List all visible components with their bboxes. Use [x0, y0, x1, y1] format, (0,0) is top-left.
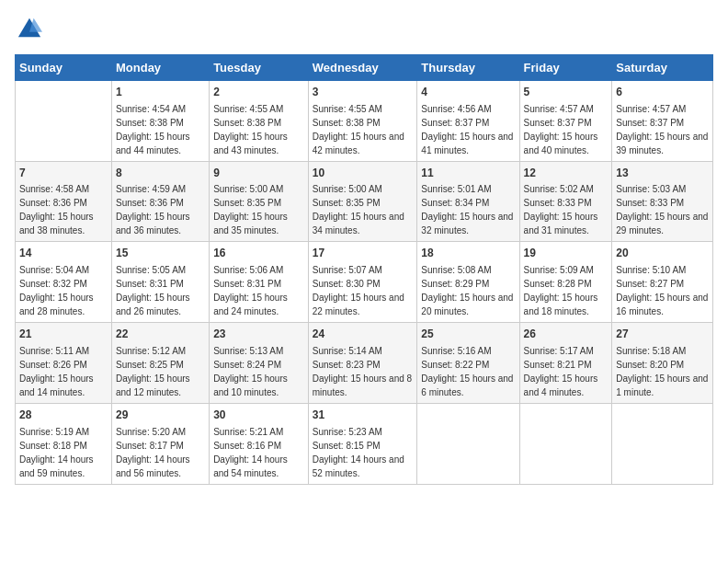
sunrise-text: Sunrise: 4:56 AMSunset: 8:37 PMDaylight:…	[421, 104, 513, 155]
date-number: 29	[116, 408, 205, 423]
sunrise-text: Sunrise: 5:04 AMSunset: 8:32 PMDaylight:…	[19, 265, 94, 316]
calendar-cell	[417, 403, 519, 484]
calendar-cell: 18Sunrise: 5:08 AMSunset: 8:29 PMDayligh…	[417, 242, 519, 323]
sunrise-text: Sunrise: 5:13 AMSunset: 8:24 PMDaylight:…	[213, 346, 288, 397]
date-number: 5	[524, 85, 609, 100]
date-number: 11	[421, 166, 515, 181]
calendar-cell: 8Sunrise: 4:59 AMSunset: 8:36 PMDaylight…	[111, 161, 209, 242]
calendar-cell: 20Sunrise: 5:10 AMSunset: 8:27 PMDayligh…	[612, 242, 713, 323]
sunrise-text: Sunrise: 5:01 AMSunset: 8:34 PMDaylight:…	[421, 184, 513, 236]
day-header-friday: Friday	[519, 54, 612, 80]
date-number: 28	[19, 408, 108, 423]
sunrise-text: Sunrise: 5:21 AMSunset: 8:16 PMDaylight:…	[213, 427, 288, 478]
sunrise-text: Sunrise: 4:58 AMSunset: 8:36 PMDaylight:…	[19, 184, 94, 236]
sunrise-text: Sunrise: 4:57 AMSunset: 8:37 PMDaylight:…	[616, 104, 708, 155]
week-row-5: 28Sunrise: 5:19 AMSunset: 8:18 PMDayligh…	[16, 403, 713, 484]
date-number: 27	[616, 327, 709, 342]
calendar-cell: 31Sunrise: 5:23 AMSunset: 8:15 PMDayligh…	[308, 403, 417, 484]
date-number: 23	[213, 327, 304, 342]
sunrise-text: Sunrise: 5:08 AMSunset: 8:29 PMDaylight:…	[421, 265, 513, 316]
day-header-sunday: Sunday	[16, 54, 112, 80]
sunrise-text: Sunrise: 4:57 AMSunset: 8:37 PMDaylight:…	[524, 104, 598, 155]
calendar-cell: 19Sunrise: 5:09 AMSunset: 8:28 PMDayligh…	[519, 242, 612, 323]
day-header-wednesday: Wednesday	[308, 54, 417, 80]
date-number: 2	[213, 85, 304, 100]
date-number: 26	[524, 327, 609, 342]
sunrise-text: Sunrise: 5:14 AMSunset: 8:23 PMDaylight:…	[313, 346, 412, 397]
sunrise-text: Sunrise: 4:55 AMSunset: 8:38 PMDaylight:…	[313, 104, 404, 155]
sunrise-text: Sunrise: 5:11 AMSunset: 8:26 PMDaylight:…	[19, 346, 94, 397]
sunrise-text: Sunrise: 4:54 AMSunset: 8:38 PMDaylight:…	[116, 104, 190, 155]
sunrise-text: Sunrise: 5:03 AMSunset: 8:33 PMDaylight:…	[616, 184, 708, 236]
calendar-cell: 12Sunrise: 5:02 AMSunset: 8:33 PMDayligh…	[519, 161, 612, 242]
sunrise-text: Sunrise: 5:18 AMSunset: 8:20 PMDaylight:…	[616, 346, 708, 397]
date-number: 13	[616, 166, 709, 181]
calendar-cell: 21Sunrise: 5:11 AMSunset: 8:26 PMDayligh…	[16, 323, 112, 404]
sunrise-text: Sunrise: 5:07 AMSunset: 8:30 PMDaylight:…	[313, 265, 404, 316]
calendar-table: SundayMondayTuesdayWednesdayThursdayFrid…	[15, 54, 713, 485]
sunrise-text: Sunrise: 5:20 AMSunset: 8:17 PMDaylight:…	[116, 427, 190, 478]
calendar-cell: 4Sunrise: 4:56 AMSunset: 8:37 PMDaylight…	[417, 80, 519, 161]
date-number: 7	[19, 166, 108, 181]
day-header-monday: Monday	[111, 54, 209, 80]
calendar-cell: 23Sunrise: 5:13 AMSunset: 8:24 PMDayligh…	[210, 323, 309, 404]
calendar-cell	[16, 80, 112, 161]
sunrise-text: Sunrise: 5:05 AMSunset: 8:31 PMDaylight:…	[116, 265, 190, 316]
date-number: 10	[313, 166, 414, 181]
date-number: 18	[421, 246, 515, 261]
day-header-saturday: Saturday	[612, 54, 713, 80]
calendar-cell: 2Sunrise: 4:55 AMSunset: 8:38 PMDaylight…	[210, 80, 309, 161]
logo-icon	[17, 15, 42, 40]
sunrise-text: Sunrise: 5:23 AMSunset: 8:15 PMDaylight:…	[313, 427, 404, 478]
date-number: 30	[213, 408, 304, 423]
logo	[15, 15, 42, 45]
date-number: 19	[524, 246, 609, 261]
calendar-cell: 7Sunrise: 4:58 AMSunset: 8:36 PMDaylight…	[16, 161, 112, 242]
date-number: 12	[524, 166, 609, 181]
calendar-cell: 27Sunrise: 5:18 AMSunset: 8:20 PMDayligh…	[612, 323, 713, 404]
date-number: 6	[616, 85, 709, 100]
date-number: 1	[116, 85, 205, 100]
calendar-cell: 22Sunrise: 5:12 AMSunset: 8:25 PMDayligh…	[111, 323, 209, 404]
date-number: 25	[421, 327, 515, 342]
date-number: 16	[213, 246, 304, 261]
calendar-cell: 13Sunrise: 5:03 AMSunset: 8:33 PMDayligh…	[612, 161, 713, 242]
calendar-cell	[612, 403, 713, 484]
sunrise-text: Sunrise: 5:00 AMSunset: 8:35 PMDaylight:…	[213, 184, 288, 236]
calendar-cell: 5Sunrise: 4:57 AMSunset: 8:37 PMDaylight…	[519, 80, 612, 161]
date-number: 14	[19, 246, 108, 261]
calendar-cell: 1Sunrise: 4:54 AMSunset: 8:38 PMDaylight…	[111, 80, 209, 161]
date-number: 21	[19, 327, 108, 342]
week-row-3: 14Sunrise: 5:04 AMSunset: 8:32 PMDayligh…	[16, 242, 713, 323]
date-number: 22	[116, 327, 205, 342]
page-header	[15, 15, 713, 45]
sunrise-text: Sunrise: 4:59 AMSunset: 8:36 PMDaylight:…	[116, 184, 190, 236]
calendar-body: 1Sunrise: 4:54 AMSunset: 8:38 PMDaylight…	[16, 80, 713, 484]
calendar-header-row: SundayMondayTuesdayWednesdayThursdayFrid…	[16, 54, 713, 80]
calendar-cell: 29Sunrise: 5:20 AMSunset: 8:17 PMDayligh…	[111, 403, 209, 484]
calendar-cell: 16Sunrise: 5:06 AMSunset: 8:31 PMDayligh…	[210, 242, 309, 323]
calendar-cell: 30Sunrise: 5:21 AMSunset: 8:16 PMDayligh…	[210, 403, 309, 484]
calendar-cell: 15Sunrise: 5:05 AMSunset: 8:31 PMDayligh…	[111, 242, 209, 323]
sunrise-text: Sunrise: 5:19 AMSunset: 8:18 PMDaylight:…	[19, 427, 94, 478]
sunrise-text: Sunrise: 4:55 AMSunset: 8:38 PMDaylight:…	[213, 104, 288, 155]
calendar-cell: 24Sunrise: 5:14 AMSunset: 8:23 PMDayligh…	[308, 323, 417, 404]
sunrise-text: Sunrise: 5:12 AMSunset: 8:25 PMDaylight:…	[116, 346, 190, 397]
calendar-cell: 6Sunrise: 4:57 AMSunset: 8:37 PMDaylight…	[612, 80, 713, 161]
date-number: 4	[421, 85, 515, 100]
date-number: 31	[313, 408, 414, 423]
calendar-cell: 26Sunrise: 5:17 AMSunset: 8:21 PMDayligh…	[519, 323, 612, 404]
calendar-cell: 28Sunrise: 5:19 AMSunset: 8:18 PMDayligh…	[16, 403, 112, 484]
date-number: 17	[313, 246, 414, 261]
date-number: 24	[313, 327, 414, 342]
day-header-tuesday: Tuesday	[210, 54, 309, 80]
calendar-cell: 3Sunrise: 4:55 AMSunset: 8:38 PMDaylight…	[308, 80, 417, 161]
week-row-2: 7Sunrise: 4:58 AMSunset: 8:36 PMDaylight…	[16, 161, 713, 242]
date-number: 15	[116, 246, 205, 261]
sunrise-text: Sunrise: 5:02 AMSunset: 8:33 PMDaylight:…	[524, 184, 598, 236]
calendar-cell: 11Sunrise: 5:01 AMSunset: 8:34 PMDayligh…	[417, 161, 519, 242]
day-header-thursday: Thursday	[417, 54, 519, 80]
date-number: 8	[116, 166, 205, 181]
sunrise-text: Sunrise: 5:09 AMSunset: 8:28 PMDaylight:…	[524, 265, 598, 316]
date-number: 3	[313, 85, 414, 100]
